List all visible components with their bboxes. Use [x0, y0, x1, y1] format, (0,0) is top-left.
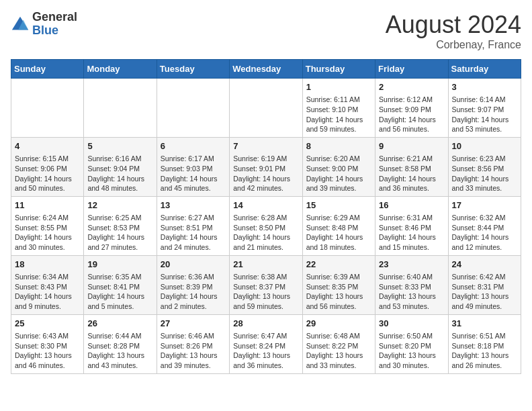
- day-info: Sunrise: 6:16 AM Sunset: 9:04 PM Dayligh…: [87, 154, 152, 193]
- day-info: Sunrise: 6:28 AM Sunset: 8:50 PM Dayligh…: [233, 213, 298, 253]
- day-number: 24: [452, 259, 517, 271]
- day-info: Sunrise: 6:51 AM Sunset: 8:18 PM Dayligh…: [452, 331, 517, 371]
- logo-blue: Blue: [32, 24, 77, 38]
- calendar-cell: 31Sunrise: 6:51 AM Sunset: 8:18 PM Dayli…: [448, 314, 521, 373]
- day-number: 11: [15, 199, 80, 212]
- day-info: Sunrise: 6:31 AM Sunset: 8:46 PM Dayligh…: [379, 213, 444, 253]
- calendar-cell: 16Sunrise: 6:31 AM Sunset: 8:46 PM Dayli…: [375, 196, 448, 255]
- month-title: August 2024: [386, 11, 521, 39]
- calendar-cell: 10Sunrise: 6:23 AM Sunset: 8:56 PM Dayli…: [448, 137, 521, 196]
- day-info: Sunrise: 6:32 AM Sunset: 8:44 PM Dayligh…: [452, 213, 517, 253]
- day-info: Sunrise: 6:17 AM Sunset: 9:03 PM Dayligh…: [161, 154, 226, 193]
- weekday-header: Monday: [84, 60, 157, 79]
- day-number: 5: [87, 140, 152, 152]
- day-number: 27: [161, 318, 226, 330]
- day-number: 15: [306, 199, 371, 212]
- day-number: 12: [87, 199, 152, 212]
- weekday-header: Sunday: [11, 60, 84, 79]
- page-header: General Blue August 2024 Corbenay, Franc…: [11, 11, 521, 51]
- day-info: Sunrise: 6:46 AM Sunset: 8:26 PM Dayligh…: [161, 331, 226, 371]
- calendar-week-row: 25Sunrise: 6:43 AM Sunset: 8:30 PM Dayli…: [11, 314, 521, 373]
- day-number: 3: [452, 81, 517, 93]
- day-info: Sunrise: 6:34 AM Sunset: 8:43 PM Dayligh…: [15, 272, 80, 312]
- day-info: Sunrise: 6:50 AM Sunset: 8:20 PM Dayligh…: [379, 331, 444, 371]
- weekday-header: Tuesday: [157, 60, 229, 79]
- day-number: 13: [161, 199, 226, 212]
- calendar-cell: [84, 79, 157, 138]
- calendar-table: SundayMondayTuesdayWednesdayThursdayFrid…: [11, 59, 521, 374]
- logo-text: General Blue: [32, 11, 77, 38]
- day-number: 10: [452, 140, 517, 152]
- weekday-header: Wednesday: [230, 60, 302, 79]
- calendar-week-row: 4Sunrise: 6:15 AM Sunset: 9:06 PM Daylig…: [11, 137, 521, 196]
- calendar-cell: [11, 79, 84, 138]
- calendar-week-row: 18Sunrise: 6:34 AM Sunset: 8:43 PM Dayli…: [11, 255, 521, 314]
- day-number: 20: [161, 259, 226, 271]
- day-info: Sunrise: 6:47 AM Sunset: 8:24 PM Dayligh…: [233, 331, 298, 371]
- day-number: 7: [233, 140, 298, 152]
- calendar-cell: 15Sunrise: 6:29 AM Sunset: 8:48 PM Dayli…: [302, 196, 375, 255]
- day-number: 19: [87, 259, 152, 271]
- day-number: 1: [306, 81, 371, 93]
- calendar-cell: 11Sunrise: 6:24 AM Sunset: 8:55 PM Dayli…: [11, 196, 84, 255]
- day-number: 22: [306, 259, 371, 271]
- calendar-cell: 25Sunrise: 6:43 AM Sunset: 8:30 PM Dayli…: [11, 314, 84, 373]
- day-info: Sunrise: 6:21 AM Sunset: 8:58 PM Dayligh…: [379, 154, 444, 193]
- calendar-cell: 3Sunrise: 6:14 AM Sunset: 9:07 PM Daylig…: [448, 79, 521, 138]
- location: Corbenay, France: [386, 39, 521, 51]
- day-info: Sunrise: 6:19 AM Sunset: 9:01 PM Dayligh…: [233, 154, 298, 193]
- day-info: Sunrise: 6:12 AM Sunset: 9:09 PM Dayligh…: [379, 95, 444, 134]
- weekday-header: Saturday: [448, 60, 521, 79]
- calendar-cell: 26Sunrise: 6:44 AM Sunset: 8:28 PM Dayli…: [84, 314, 157, 373]
- day-info: Sunrise: 6:38 AM Sunset: 8:37 PM Dayligh…: [233, 272, 298, 312]
- day-number: 29: [306, 318, 371, 330]
- calendar-cell: 30Sunrise: 6:50 AM Sunset: 8:20 PM Dayli…: [375, 314, 448, 373]
- day-number: 25: [15, 318, 80, 330]
- calendar-week-row: 1Sunrise: 6:11 AM Sunset: 9:10 PM Daylig…: [11, 79, 521, 138]
- day-info: Sunrise: 6:29 AM Sunset: 8:48 PM Dayligh…: [306, 213, 371, 253]
- day-info: Sunrise: 6:20 AM Sunset: 9:00 PM Dayligh…: [306, 154, 371, 193]
- day-info: Sunrise: 6:15 AM Sunset: 9:06 PM Dayligh…: [15, 154, 80, 193]
- calendar-cell: 20Sunrise: 6:36 AM Sunset: 8:39 PM Dayli…: [157, 255, 229, 314]
- calendar-cell: 14Sunrise: 6:28 AM Sunset: 8:50 PM Dayli…: [230, 196, 302, 255]
- day-info: Sunrise: 6:25 AM Sunset: 8:53 PM Dayligh…: [87, 213, 152, 253]
- day-number: 21: [233, 259, 298, 271]
- day-info: Sunrise: 6:24 AM Sunset: 8:55 PM Dayligh…: [15, 213, 80, 253]
- calendar-cell: 24Sunrise: 6:42 AM Sunset: 8:31 PM Dayli…: [448, 255, 521, 314]
- weekday-header: Friday: [375, 60, 448, 79]
- calendar-cell: 12Sunrise: 6:25 AM Sunset: 8:53 PM Dayli…: [84, 196, 157, 255]
- calendar-cell: 6Sunrise: 6:17 AM Sunset: 9:03 PM Daylig…: [157, 137, 229, 196]
- day-number: 6: [161, 140, 226, 152]
- day-info: Sunrise: 6:42 AM Sunset: 8:31 PM Dayligh…: [452, 272, 517, 312]
- day-number: 8: [306, 140, 371, 152]
- calendar-cell: 17Sunrise: 6:32 AM Sunset: 8:44 PM Dayli…: [448, 196, 521, 255]
- calendar-cell: 4Sunrise: 6:15 AM Sunset: 9:06 PM Daylig…: [11, 137, 84, 196]
- calendar-cell: 7Sunrise: 6:19 AM Sunset: 9:01 PM Daylig…: [230, 137, 302, 196]
- calendar-cell: 2Sunrise: 6:12 AM Sunset: 9:09 PM Daylig…: [375, 79, 448, 138]
- calendar-cell: [230, 79, 302, 138]
- calendar-cell: [157, 79, 229, 138]
- day-info: Sunrise: 6:36 AM Sunset: 8:39 PM Dayligh…: [161, 272, 226, 312]
- calendar-cell: 21Sunrise: 6:38 AM Sunset: 8:37 PM Dayli…: [230, 255, 302, 314]
- day-number: 17: [452, 199, 517, 212]
- calendar-cell: 19Sunrise: 6:35 AM Sunset: 8:41 PM Dayli…: [84, 255, 157, 314]
- weekday-header: Thursday: [302, 60, 375, 79]
- logo-general: General: [32, 11, 77, 24]
- calendar-cell: 9Sunrise: 6:21 AM Sunset: 8:58 PM Daylig…: [375, 137, 448, 196]
- day-number: 23: [379, 259, 444, 271]
- day-info: Sunrise: 6:40 AM Sunset: 8:33 PM Dayligh…: [379, 272, 444, 312]
- calendar-cell: 29Sunrise: 6:48 AM Sunset: 8:22 PM Dayli…: [302, 314, 375, 373]
- day-info: Sunrise: 6:44 AM Sunset: 8:28 PM Dayligh…: [87, 331, 152, 371]
- day-number: 28: [233, 318, 298, 330]
- day-number: 26: [87, 318, 152, 330]
- calendar-week-row: 11Sunrise: 6:24 AM Sunset: 8:55 PM Dayli…: [11, 196, 521, 255]
- weekday-header-row: SundayMondayTuesdayWednesdayThursdayFrid…: [11, 60, 521, 79]
- day-number: 30: [379, 318, 444, 330]
- calendar-cell: 13Sunrise: 6:27 AM Sunset: 8:51 PM Dayli…: [157, 196, 229, 255]
- day-number: 2: [379, 81, 444, 93]
- calendar-cell: 5Sunrise: 6:16 AM Sunset: 9:04 PM Daylig…: [84, 137, 157, 196]
- day-info: Sunrise: 6:43 AM Sunset: 8:30 PM Dayligh…: [15, 331, 80, 371]
- calendar-cell: 22Sunrise: 6:39 AM Sunset: 8:35 PM Dayli…: [302, 255, 375, 314]
- logo-icon: [11, 15, 30, 34]
- day-number: 16: [379, 199, 444, 212]
